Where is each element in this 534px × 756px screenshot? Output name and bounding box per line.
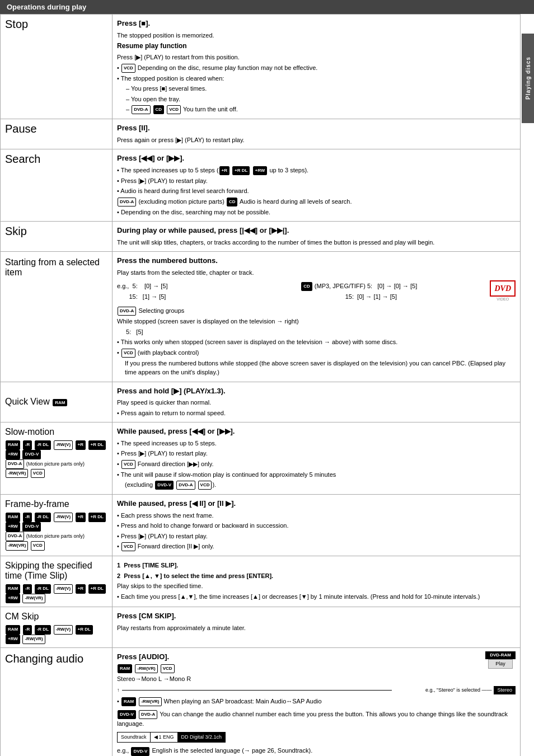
starting-cd2: 15: [0] → [1] → [5] xyxy=(301,292,484,302)
skip-heading: During play or while paused, press [|◀◀]… xyxy=(117,225,516,236)
timeslip-label: Skipping the specified time (Time Slip) xyxy=(5,561,107,581)
arrow-left-icon: ◀ xyxy=(154,734,158,741)
slowmotion-p2: • Press [▶] (PLAY) to restart play. xyxy=(117,449,516,458)
framebyframe-badges: RAM -R -R DL -RW(V) +R +R DL +RW DVD-V D… xyxy=(5,513,107,550)
soundtrack-cell-arrows: ◀ 1 ENG xyxy=(151,732,178,743)
soundtrack-track: 1 ENG xyxy=(159,734,174,741)
starting-label: Starting from a selected item xyxy=(5,257,100,277)
dvd-logo: DVD xyxy=(490,280,516,297)
starting-p1: Play starts from the selected title, cha… xyxy=(117,268,516,278)
changingaudio-label-cell: Changing audio xyxy=(1,647,113,756)
starting-numbers-left: e.g., 5: [0] → [5] 15: [1] → [5] xyxy=(117,280,301,302)
operations-table: Stop Press [■]. The stopped position is … xyxy=(0,14,521,756)
quickview-label: Quick View RAM xyxy=(5,397,68,406)
cmskip-badges: RAM -R -R DL -RW(V) +R DL +RW -RW(VR) xyxy=(5,625,107,644)
stop-label: Stop xyxy=(5,18,107,31)
starting-cd1: CD (MP3, JPEG/TIFF) 5: [0] → [0] → [5] xyxy=(301,281,484,291)
timeslip-label-cell: Skipping the specified time (Time Slip) … xyxy=(1,556,113,607)
cmskip-p1: Play restarts from approximately a minut… xyxy=(117,623,516,633)
timeslip-p3: Play skips to the specified time. xyxy=(117,581,516,591)
timeslip-p2: 2 Press [▲, ▼] to select the time and pr… xyxy=(117,571,516,581)
framebyframe-p3: • Press [▶] (PLAY) to restart play. xyxy=(117,532,516,541)
stereo-arrow-up: ↑ xyxy=(117,687,120,694)
stop-p2: Press [▶] (PLAY) to restart from this po… xyxy=(117,53,516,62)
starting-number-area: e.g., 5: [0] → [5] 15: [1] → [5] CD (MP3… xyxy=(117,280,516,303)
side-tab-text: Playing discs xyxy=(525,57,531,100)
table-row: Changing audio DVD-RAM Play Press [AUDIO… xyxy=(1,647,521,756)
stereo-line xyxy=(122,690,392,691)
soundtrack-display: Soundtrack ◀ 1 ENG DD Digital 3/2.1ch xyxy=(117,732,226,743)
starting-vcd: • VCD (with playback control) xyxy=(117,348,516,358)
starting-label-cell: Starting from a selected item xyxy=(1,252,113,382)
changingaudio-arrows: ↑ e.g., "Stereo" is selected —— Stereo xyxy=(117,686,516,695)
soundtrack-display-area: Soundtrack ◀ 1 ENG DD Digital 3/2.1ch xyxy=(117,732,516,743)
stereo-selected-note: e.g., "Stereo" is selected —— xyxy=(425,687,491,694)
timeslip-badges: RAM -R -R DL -RW(V) +R +R DL +RW -RW(VR) xyxy=(5,584,107,603)
slowmotion-label: Slow-motion xyxy=(5,427,107,437)
slowmotion-heading: While paused, press [◀◀] or [▶▶]. xyxy=(117,426,516,437)
search-p2: • Press [▶] (PLAY) to restart play. xyxy=(117,176,516,186)
stop-p6: – You open the tray. xyxy=(117,95,516,104)
quickview-p2: • Press again to return to normal speed. xyxy=(117,408,516,418)
timeslip-p1: 1 Press [TIME SLIP]. xyxy=(117,561,516,570)
search-p5: • Depending on the disc, searching may n… xyxy=(117,208,516,217)
search-p3: • Audio is heard during first level sear… xyxy=(117,186,516,196)
framebyframe-p2: • Press and hold to change forward or ba… xyxy=(117,521,516,530)
table-row: Slow-motion RAM -R -R DL -RW(V) +R +R DL… xyxy=(1,422,521,495)
cmskip-content: Press [CM SKIP]. Play restarts from appr… xyxy=(113,607,521,648)
changingaudio-heading: Press [AUDIO]. xyxy=(117,651,516,663)
pause-content: Press [II]. Press again or press [▶] (PL… xyxy=(113,119,521,149)
framebyframe-p4: • VCD Forward direction [II ▶] only. xyxy=(117,542,516,551)
slowmotion-p3: • VCD Forward direction [▶▶] only. xyxy=(117,459,516,469)
changingaudio-label: Changing audio xyxy=(5,652,107,665)
slowmotion-p4: • The unit will pause if slow-motion pla… xyxy=(117,470,516,480)
search-label: Search xyxy=(5,153,107,166)
starting-eg1: e.g., 5: [0] → [5] xyxy=(117,281,301,291)
pause-label: Pause xyxy=(5,123,107,135)
dvdram-display: DVD-RAM Play xyxy=(485,651,516,669)
quickview-label-cell: Quick View RAM xyxy=(1,382,113,422)
search-p4: DVD-A (excluding motion picture parts) C… xyxy=(117,197,516,206)
stereo-selected-box: Stereo xyxy=(494,686,516,695)
table-row: Stop Press [■]. The stopped position is … xyxy=(1,15,521,119)
stop-p1: The stopped position is memorized. xyxy=(117,31,516,40)
section-header-text: Operations during play xyxy=(7,3,86,11)
page-container: Operations during play Playing discs Sto… xyxy=(0,0,534,756)
table-row: Pause Press [II]. Press again or press [… xyxy=(1,119,521,149)
timeslip-p4: • Each time you press [▲,▼], the time in… xyxy=(117,592,516,602)
side-tab: Playing discs xyxy=(522,34,534,123)
stop-p7: – DVD-A CD VCD You turn the unit off. xyxy=(117,105,516,114)
table-row: Skipping the specified time (Time Slip) … xyxy=(1,556,521,607)
changingaudio-dvdv: DVD-V DVD-A You can change the audio cha… xyxy=(117,710,516,729)
cmskip-label-cell: CM Skip RAM -R -R DL -RW(V) +R DL +RW -R… xyxy=(1,607,113,648)
starting-stopped: While stopped (screen saver is displayed… xyxy=(117,317,516,326)
starting-numbers-cd: CD (MP3, JPEG/TIFF) 5: [0] → [0] → [5] 1… xyxy=(301,280,484,303)
skip-p1: The unit will skip titles, chapters, or … xyxy=(117,238,516,247)
starting-vcd2: If you press the numbered buttons while … xyxy=(117,359,516,377)
search-heading: Press [◀◀] or [▶▶]. xyxy=(117,153,516,164)
cmskip-label: CM Skip xyxy=(5,612,107,622)
slowmotion-badges: RAM -R -R DL -RW(V) +R +R DL +RW DVD-V D… xyxy=(5,440,107,478)
dvdram-play: Play xyxy=(488,659,513,669)
framebyframe-heading: While paused, press [◀ II] or [II ▶]. xyxy=(117,498,516,509)
table-row: Quick View RAM Press and hold [▶] (PLAY/… xyxy=(1,382,521,422)
table-row: CM Skip RAM -R -R DL -RW(V) +R DL +RW -R… xyxy=(1,607,521,648)
soundtrack-cell-label: Soundtrack xyxy=(118,732,151,743)
stop-content: Press [■]. The stopped position is memor… xyxy=(113,15,521,119)
starting-five: 5: [5] xyxy=(117,327,516,337)
stop-heading: Press [■]. xyxy=(117,18,516,29)
soundtrack-cell-digital: DD Digital 3/2.1ch xyxy=(178,732,226,743)
slowmotion-content: While paused, press [◀◀] or [▶▶]. • The … xyxy=(113,422,521,495)
stop-label-cell: Stop xyxy=(1,15,113,119)
table-row: Search Press [◀◀] or [▶▶]. • The speed i… xyxy=(1,149,521,222)
table-row: Starting from a selected item Press the … xyxy=(1,252,521,382)
skip-label: Skip xyxy=(5,225,107,238)
framebyframe-label-cell: Frame-by-frame RAM -R -R DL -RW(V) +R +R… xyxy=(1,495,113,556)
table-row: Frame-by-frame RAM -R -R DL -RW(V) +R +R… xyxy=(1,495,521,556)
timeslip-content: 1 Press [TIME SLIP]. 2 Press [▲, ▼] to s… xyxy=(113,556,521,607)
stop-p4: • The stopped position is cleared when: xyxy=(117,74,516,83)
quickview-heading: Press and hold [▶] (PLAY/x1.3). xyxy=(117,386,516,397)
stop-resume-heading: Resume play function xyxy=(117,41,516,51)
search-p1: • The speed increases up to 5 steps (+R … xyxy=(117,166,516,175)
section-header: Operations during play xyxy=(0,0,534,14)
